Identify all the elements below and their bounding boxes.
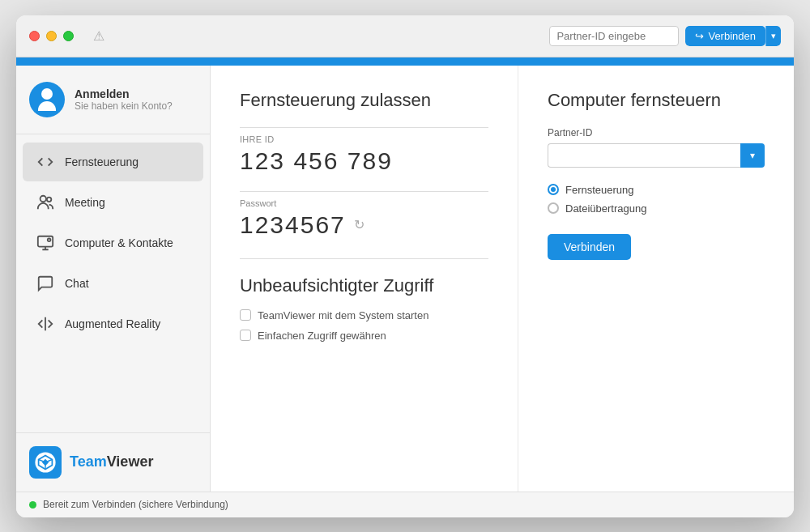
traffic-lights [29, 31, 74, 41]
radio-group: Fernsteuerung Dateiübertragung [548, 184, 765, 215]
radio-dateiuebertragung-btn[interactable] [548, 202, 559, 214]
logo-regular: Viewer [107, 453, 154, 470]
partner-id-label: Partner-ID [548, 127, 765, 138]
status-bar: Bereit zum Verbinden (sichere Verbindung… [16, 492, 794, 517]
teamviewer-logo-text: TeamViewer [70, 453, 153, 470]
divider [240, 258, 488, 259]
radio-fernsteuerung-label: Fernsteuerung [565, 184, 634, 196]
connect-arrow-icon: ↪ [695, 30, 704, 42]
passwort-value: 1234567 [240, 211, 346, 239]
password-row: 1234567 ↻ [240, 211, 488, 239]
titlebar: ⚠ ↪ Verbinden ▾ [16, 15, 794, 57]
titlebar-right: ↪ Verbinden ▾ [549, 26, 781, 46]
close-button[interactable] [29, 31, 40, 41]
sidebar-item-meeting[interactable]: Meeting [23, 183, 203, 222]
checkbox-einfachen-zugriff[interactable]: Einfachen Zugriff gewähren [240, 330, 488, 342]
unbeaufsichtigter-zugriff-title: Unbeaufsichtigter Zugriff [240, 275, 488, 296]
titlebar-connect-label: Verbinden [708, 30, 756, 42]
user-subtitle: Sie haben kein Konto? [75, 100, 197, 112]
titlebar-connect-button[interactable]: ↪ Verbinden [685, 26, 765, 46]
id-box: Ihre ID 123 456 789 [240, 127, 488, 175]
checkbox-system-start-box[interactable] [240, 309, 251, 321]
checkbox-einfachen-zugriff-box[interactable] [240, 330, 251, 341]
sidebar-footer: TeamViewer [16, 432, 210, 492]
fernsteuerung-zulassen-title: Fernsteuerung zulassen [240, 90, 488, 111]
avatar-head [41, 88, 53, 100]
teamviewer-logo-icon [34, 451, 57, 474]
passwort-label: Passwort [240, 191, 488, 208]
content-area: Fernsteuerung zulassen Ihre ID 123 456 7… [211, 66, 794, 492]
partner-id-row: ▾ [548, 143, 765, 168]
teamviewer-logo-box [29, 446, 62, 479]
sidebar-item-computer-kontakte[interactable]: Computer & Kontakte [23, 223, 203, 262]
fernsteuerung-icon [36, 152, 55, 172]
logo-bold: Team [70, 453, 107, 470]
titlebar-connect-dropdown[interactable]: ▾ [765, 26, 781, 46]
ihre-id-label: Ihre ID [240, 127, 488, 144]
sidebar-item-fernsteuerung-label: Fernsteuerung [65, 155, 139, 168]
avatar [29, 82, 65, 117]
refresh-icon[interactable]: ↻ [354, 217, 364, 232]
sidebar: Anmelden Sie haben kein Konto? Fernsteue… [16, 66, 211, 492]
radio-dateiuebertragung-label: Dateiübertragung [565, 202, 646, 215]
radio-dateiuebertragung[interactable]: Dateiübertragung [548, 202, 765, 215]
nav-items: Fernsteuerung Meeting [16, 134, 210, 432]
main-content: Anmelden Sie haben kein Konto? Fernsteue… [16, 66, 794, 492]
svg-point-1 [47, 197, 52, 202]
status-text: Bereit zum Verbinden (sichere Verbindung… [43, 499, 228, 510]
sidebar-item-chat[interactable]: Chat [23, 264, 203, 303]
checkbox-system-start-label: TeamViewer mit dem System starten [258, 309, 428, 321]
avatar-body [38, 101, 56, 111]
computer-kontakte-icon [36, 233, 55, 253]
fullscreen-button[interactable] [63, 31, 74, 41]
sidebar-item-augmented-reality-label: Augmented Reality [65, 317, 160, 330]
user-info: Anmelden Sie haben kein Konto? [75, 87, 197, 112]
status-dot [29, 501, 36, 509]
header-accent-bar [16, 57, 794, 66]
sidebar-item-chat-label: Chat [65, 277, 89, 290]
minimize-button[interactable] [46, 31, 57, 41]
sidebar-item-fernsteuerung[interactable]: Fernsteuerung [23, 143, 203, 181]
password-box: Passwort 1234567 ↻ [240, 191, 488, 239]
sidebar-item-augmented-reality[interactable]: Augmented Reality [23, 304, 203, 343]
computer-fernsteuern-title: Computer fernsteuern [548, 90, 765, 111]
user-section: Anmelden Sie haben kein Konto? [16, 66, 210, 134]
meeting-icon [36, 193, 55, 212]
radio-fernsteuerung[interactable]: Fernsteuerung [548, 184, 765, 196]
svg-point-3 [48, 238, 51, 241]
app-window: ⚠ ↪ Verbinden ▾ [16, 15, 794, 517]
left-panel: Fernsteuerung zulassen Ihre ID 123 456 7… [211, 66, 518, 492]
warning-icon: ⚠ [93, 28, 104, 44]
user-name: Anmelden [75, 87, 197, 100]
partner-id-dropdown[interactable]: ▾ [740, 143, 765, 168]
augmented-reality-icon [36, 314, 55, 334]
checkbox-system-start[interactable]: TeamViewer mit dem System starten [240, 309, 488, 321]
ihre-id-value: 123 456 789 [240, 147, 488, 175]
sidebar-item-computer-kontakte-label: Computer & Kontakte [65, 236, 173, 249]
titlebar-partner-id-input[interactable] [549, 26, 679, 46]
chat-icon [36, 274, 55, 293]
svg-point-0 [40, 195, 46, 201]
verbinden-button[interactable]: Verbinden [548, 234, 631, 260]
checkbox-einfachen-zugriff-label: Einfachen Zugriff gewähren [258, 330, 386, 342]
sidebar-item-meeting-label: Meeting [65, 196, 105, 209]
radio-fernsteuerung-btn[interactable] [548, 184, 559, 195]
partner-id-input[interactable] [548, 143, 740, 168]
right-panel: Computer fernsteuern Partner-ID ▾ Fernst… [518, 66, 794, 492]
avatar-inner [38, 88, 56, 111]
